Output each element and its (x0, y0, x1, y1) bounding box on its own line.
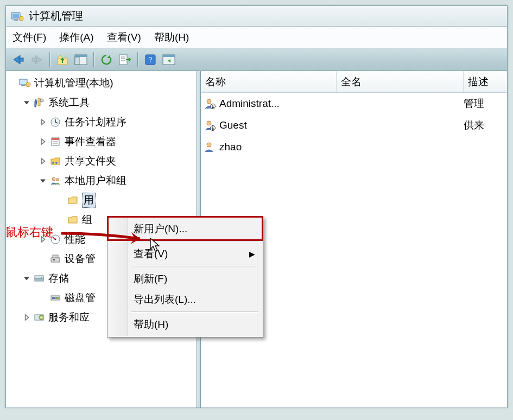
svg-rect-37 (53, 255, 58, 258)
tree-label: 共享文件夹 (65, 154, 116, 168)
user-icon (204, 98, 216, 110)
svg-rect-44 (55, 297, 59, 299)
svg-rect-36 (51, 258, 60, 262)
action-pane-button[interactable] (160, 51, 178, 68)
cell-desc: 管理 (464, 97, 484, 111)
collapse-icon[interactable] (22, 274, 31, 283)
menu-action[interactable]: 操作(A) (59, 30, 93, 44)
svg-rect-38 (53, 259, 55, 260)
user-icon (204, 119, 216, 131)
svg-rect-10 (119, 55, 127, 65)
computer-management-window: 计算机管理 文件(F) 操作(A) 查看(V) 帮助(H) (5, 5, 508, 408)
menu-file[interactable]: 文件(F) (12, 30, 46, 44)
clock-icon (49, 116, 61, 128)
list-row[interactable]: Administrat... 管理 (201, 93, 507, 114)
tree-label: 存储 (48, 271, 69, 285)
tree-users[interactable]: ▶ 用 (6, 190, 197, 210)
svg-point-30 (52, 162, 54, 164)
svg-rect-9 (75, 57, 79, 65)
svg-rect-19 (21, 85, 26, 86)
tree-label: 计算机管理(本地) (34, 76, 113, 90)
tree-shared-folders[interactable]: 共享文件夹 (6, 151, 197, 171)
svg-point-50 (207, 121, 211, 125)
svg-text:?: ? (149, 56, 152, 64)
menu-separator (109, 239, 262, 244)
shared-folder-icon (49, 155, 61, 167)
list-header: 名称 全名 描述 (201, 71, 507, 93)
menu-view[interactable]: 查看(V) (107, 30, 141, 44)
svg-rect-40 (35, 279, 43, 281)
context-menu-refresh[interactable]: 刷新(F) (109, 269, 262, 289)
menu-item-label: 查看(V) (134, 247, 168, 261)
tree-label: 事件查看器 (65, 135, 116, 149)
tree-system-tools[interactable]: 系统工具 (6, 93, 197, 112)
tree-event-viewer[interactable]: 事件查看器 (6, 132, 197, 151)
context-menu-help[interactable]: 帮助(H) (109, 314, 262, 335)
svg-point-22 (40, 99, 43, 102)
menu-item-label: 新用户(N)... (134, 222, 187, 236)
svg-rect-17 (163, 55, 175, 57)
tree-label: 设备管 (65, 252, 96, 266)
tree-label: 性能 (65, 232, 85, 246)
svg-point-48 (207, 99, 211, 104)
column-header-fullname[interactable]: 全名 (337, 71, 464, 92)
device-manager-icon (49, 253, 61, 265)
cell-name: Guest (219, 119, 247, 131)
tree-label: 用 (82, 193, 96, 208)
forward-button[interactable] (28, 51, 46, 68)
list-row[interactable]: zhao (201, 136, 507, 158)
menu-item-label: 刷新(F) (134, 272, 167, 286)
expand-icon[interactable] (39, 157, 47, 166)
svg-rect-8 (75, 55, 87, 57)
collapse-icon[interactable] (39, 176, 47, 185)
svg-rect-5 (32, 58, 36, 61)
svg-point-35 (55, 239, 56, 240)
menubar: 文件(F) 操作(A) 查看(V) 帮助(H) (6, 27, 507, 48)
tree-root[interactable]: ▶ 计算机管理(本地) (6, 73, 197, 93)
expand-icon[interactable] (39, 137, 47, 146)
tree-local-users-groups[interactable]: 本地用户和组 (6, 171, 197, 190)
submenu-arrow-icon: ▶ (249, 250, 255, 258)
cell-name: Administrat... (219, 98, 280, 110)
svg-rect-27 (52, 138, 59, 140)
users-groups-icon (49, 175, 61, 187)
tree-label: 服务和应 (48, 310, 90, 324)
list-row[interactable]: Guest 供来 (201, 114, 507, 136)
refresh-button[interactable] (97, 51, 116, 68)
expand-icon[interactable] (22, 313, 31, 322)
menu-item-label: 帮助(H) (134, 317, 168, 332)
show-hide-tree-button[interactable] (72, 51, 90, 68)
tools-icon (33, 97, 45, 109)
svg-point-32 (52, 177, 55, 181)
cell-name: zhao (219, 141, 242, 153)
menu-separator (109, 310, 262, 314)
svg-point-41 (41, 277, 42, 278)
svg-rect-2 (14, 20, 18, 21)
expand-icon[interactable] (39, 118, 47, 126)
column-header-name[interactable]: 名称 (201, 71, 337, 92)
help-button[interactable]: ? (141, 51, 160, 68)
svg-point-52 (207, 143, 211, 147)
svg-rect-43 (52, 297, 55, 299)
event-log-icon (49, 136, 61, 148)
svg-point-47 (41, 317, 42, 319)
column-header-desc[interactable]: 描述 (464, 71, 507, 92)
context-menu-export-list[interactable]: 导出列表(L)... (109, 289, 262, 310)
tree-task-scheduler[interactable]: 任务计划程序 (6, 112, 197, 132)
tree-label: 系统工具 (48, 96, 90, 110)
svg-point-33 (56, 179, 59, 181)
collapse-icon[interactable] (22, 98, 31, 107)
disk-management-icon (49, 292, 61, 304)
context-menu-new-user[interactable]: 新用户(N)... (109, 219, 262, 239)
context-menu-view[interactable]: 查看(V) ▶ (109, 244, 262, 264)
menu-help[interactable]: 帮助(H) (154, 30, 189, 44)
computer-management-icon (19, 77, 31, 89)
export-list-button[interactable] (116, 51, 134, 68)
up-level-button[interactable] (53, 51, 72, 68)
computer-management-icon (10, 10, 24, 22)
tree-label: 磁盘管 (65, 291, 96, 305)
folder-icon (67, 194, 79, 206)
user-icon (204, 141, 216, 153)
back-button[interactable] (9, 51, 28, 68)
menu-separator (109, 264, 262, 269)
